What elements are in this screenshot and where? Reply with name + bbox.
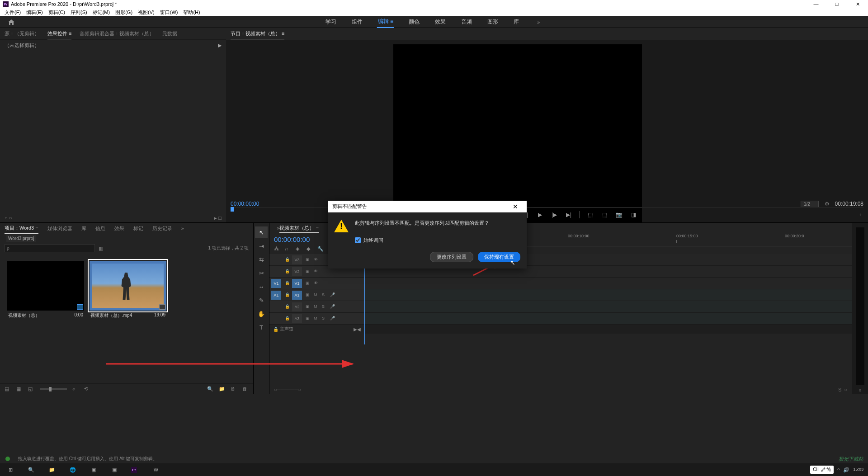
project-item-sequence[interactable]: 视频素材（总） 0:00 bbox=[7, 261, 84, 320]
menu-markers[interactable]: 标记(M) bbox=[90, 9, 113, 16]
tab-media-browser[interactable]: 媒体浏览器 bbox=[47, 223, 72, 234]
workspace-assembly[interactable]: 组件 bbox=[351, 16, 363, 28]
maximize-button[interactable]: □ bbox=[826, 0, 847, 8]
menu-clip[interactable]: 剪辑(C) bbox=[46, 9, 68, 16]
export-frame-button[interactable]: 📷 bbox=[615, 211, 623, 219]
program-ruler[interactable] bbox=[231, 207, 863, 208]
project-item-video[interactable]: 视频素材（总）.mp4 19:09 bbox=[90, 261, 166, 320]
track-head-a1[interactable]: A1🔒 A1 ▣MS🎤 bbox=[269, 289, 364, 301]
tab-overflow[interactable]: » bbox=[181, 224, 184, 233]
new-bin-button[interactable]: 📁 bbox=[219, 386, 225, 392]
workspace-color[interactable]: 颜色 bbox=[408, 16, 420, 28]
timeline-scroll[interactable]: ○──────○ bbox=[274, 387, 301, 392]
track-lane-v1[interactable] bbox=[364, 278, 852, 289]
project-filename[interactable]: Word3.prproj bbox=[6, 235, 36, 242]
tab-program[interactable]: 节目：视频素材（总） ≡ bbox=[231, 28, 284, 39]
menu-view[interactable]: 视图(V) bbox=[135, 9, 157, 16]
extract-button[interactable]: ⬚ bbox=[600, 211, 609, 219]
workspace-learning[interactable]: 学习 bbox=[325, 16, 337, 28]
source-tools[interactable]: ▸ □ bbox=[214, 215, 222, 221]
list-view-button[interactable]: ▤ bbox=[5, 386, 11, 392]
linked-selection-button[interactable]: ∩ bbox=[285, 246, 291, 252]
hand-tool[interactable]: ✋ bbox=[255, 308, 268, 320]
task-explorer[interactable]: 📁 bbox=[42, 463, 62, 476]
audio-meter[interactable]: 0 bbox=[852, 223, 868, 394]
type-tool[interactable]: T bbox=[255, 321, 268, 333]
track-lane-a2[interactable] bbox=[364, 301, 852, 313]
timeline-zoom-out[interactable]: S bbox=[838, 387, 841, 392]
dialog-close-button[interactable]: ✕ bbox=[509, 203, 522, 210]
task-app[interactable]: ▣ bbox=[83, 463, 104, 476]
marker-button[interactable]: ◈ bbox=[296, 246, 302, 252]
tab-audio-mixer[interactable]: 音频剪辑混合器：视频素材（总） bbox=[80, 28, 154, 39]
wrench-button[interactable]: 🔧 bbox=[317, 246, 324, 252]
close-button[interactable]: ✕ bbox=[847, 0, 868, 8]
track-lane-a3[interactable] bbox=[364, 313, 852, 325]
tab-effect-controls[interactable]: 效果控件 ≡ bbox=[47, 28, 71, 39]
icon-view-button[interactable]: ▦ bbox=[16, 386, 23, 392]
find-button[interactable]: 🔍 bbox=[207, 386, 213, 392]
tab-effects[interactable]: 效果 bbox=[114, 223, 124, 234]
workspace-library[interactable]: 库 bbox=[513, 16, 520, 28]
expand-icon[interactable]: ▶ bbox=[218, 42, 222, 48]
track-head-a2[interactable]: 🔒 A2 ▣MS🎤 bbox=[269, 301, 364, 313]
play-button[interactable]: ▶ bbox=[536, 211, 544, 219]
program-settings-icon[interactable]: ⚙ bbox=[825, 201, 830, 207]
workspace-editing[interactable]: 编辑 ≡ bbox=[377, 16, 394, 28]
workspace-graphics[interactable]: 图形 bbox=[486, 16, 499, 28]
keep-settings-button[interactable]: 保持现有设置 bbox=[478, 252, 520, 262]
program-playhead[interactable] bbox=[231, 207, 234, 212]
tab-source[interactable]: 源：（无剪辑） bbox=[5, 28, 39, 39]
task-app2[interactable]: ▣ bbox=[104, 463, 125, 476]
tray-up-icon[interactable]: ^ bbox=[837, 467, 840, 472]
workspace-audio[interactable]: 音频 bbox=[460, 16, 473, 28]
task-edge[interactable]: 🌐 bbox=[62, 463, 83, 476]
track-select-tool[interactable]: ⇥ bbox=[255, 240, 268, 252]
program-timecode-current[interactable]: 00:00:00:00 bbox=[231, 201, 259, 207]
step-fwd-button[interactable]: |▶ bbox=[550, 211, 558, 219]
automate-button[interactable]: ⟲ bbox=[84, 386, 90, 392]
timeline-sequence-tab[interactable]: 视频素材（总） ≡ bbox=[279, 224, 318, 233]
settings-button[interactable]: ◆ bbox=[307, 246, 313, 252]
change-sequence-button[interactable]: 更改序列设置 bbox=[430, 252, 473, 262]
task-word[interactable]: W bbox=[146, 463, 166, 476]
start-button[interactable]: ⊞ bbox=[0, 463, 21, 476]
snap-button[interactable]: ⁂ bbox=[274, 246, 280, 252]
always-ask-checkbox[interactable] bbox=[355, 237, 361, 243]
lift-button[interactable]: ⬚ bbox=[586, 211, 594, 219]
menu-window[interactable]: 窗口(W) bbox=[157, 9, 181, 16]
task-premiere[interactable]: Pr bbox=[125, 463, 146, 476]
razor-tool[interactable]: ✂ bbox=[255, 267, 268, 279]
tab-markers[interactable]: 标记 bbox=[133, 223, 143, 234]
tab-project[interactable]: 项目：Word3 ≡ bbox=[5, 223, 38, 234]
minimize-button[interactable]: — bbox=[806, 0, 826, 8]
new-item-button[interactable]: 🗎 bbox=[231, 386, 237, 392]
task-search[interactable]: 🔍 bbox=[21, 463, 42, 476]
source-timecode-toggle[interactable]: ○ ○ bbox=[5, 215, 12, 221]
go-out-button[interactable]: ▶| bbox=[565, 211, 573, 219]
menu-edit[interactable]: 编辑(E) bbox=[24, 9, 46, 16]
ime-indicator[interactable]: CH 🖉 简 bbox=[810, 466, 834, 474]
home-button[interactable] bbox=[0, 16, 23, 28]
workspace-more[interactable]: » bbox=[533, 18, 543, 27]
filter-bin-icon[interactable]: ▥ bbox=[99, 245, 103, 251]
track-head-v1[interactable]: V1🔒 V1 ▣👁 bbox=[269, 278, 364, 289]
pen-tool[interactable]: ✎ bbox=[255, 294, 268, 306]
track-lane-a1[interactable] bbox=[364, 289, 852, 301]
menu-file[interactable]: 文件(F) bbox=[2, 9, 24, 16]
menu-help[interactable]: 帮助(H) bbox=[180, 9, 203, 16]
slip-tool[interactable]: ↔ bbox=[255, 281, 268, 292]
timeline-zoom-in[interactable]: ○ bbox=[844, 387, 847, 392]
tab-metadata[interactable]: 元数据 bbox=[162, 28, 177, 39]
program-zoom-select[interactable]: 1/2 bbox=[801, 201, 819, 207]
delete-button[interactable]: 🗑 bbox=[242, 386, 249, 392]
track-head-master[interactable]: 🔒 主声道 ▶◀ bbox=[269, 325, 364, 334]
system-clock[interactable]: 15:03 bbox=[853, 467, 863, 472]
button-editor[interactable]: + bbox=[859, 212, 862, 217]
ripple-edit-tool[interactable]: ⇆ bbox=[255, 254, 268, 265]
track-head-a3[interactable]: 🔒 A3 ▣MS🎤 bbox=[269, 313, 364, 325]
tray-volume-icon[interactable]: 🔊 bbox=[843, 467, 849, 473]
menu-sequence[interactable]: 序列(S) bbox=[68, 9, 90, 16]
thumbnail-size-slider[interactable] bbox=[40, 388, 67, 390]
project-search-input[interactable] bbox=[5, 244, 95, 252]
